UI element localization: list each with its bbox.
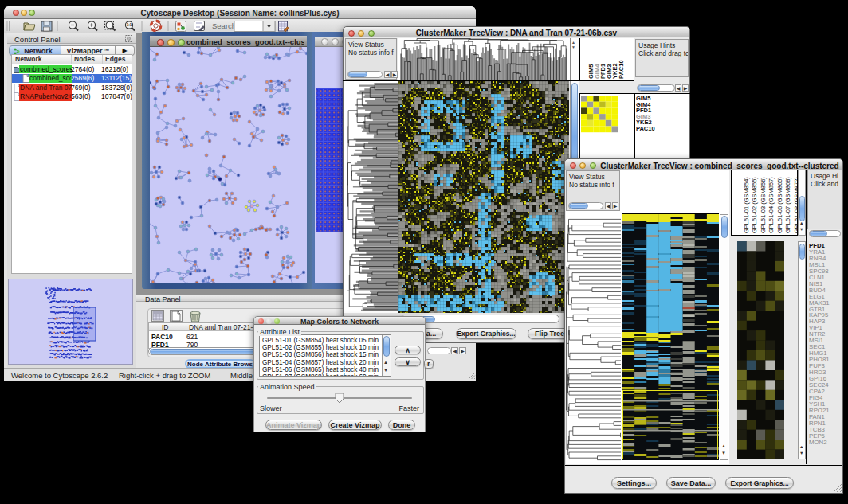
svg-text:1:1: 1:1 <box>127 23 132 27</box>
